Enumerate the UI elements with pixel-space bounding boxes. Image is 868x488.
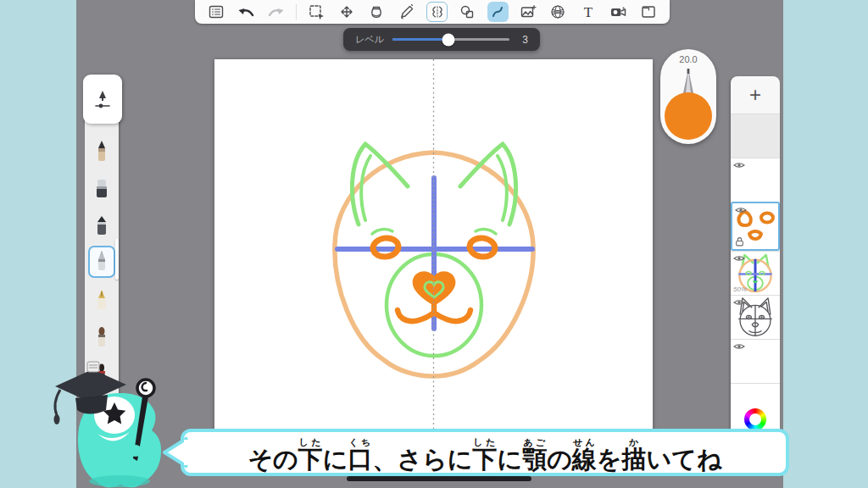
text-tool-icon: T: [584, 5, 593, 19]
color-wheel-button[interactable]: [744, 408, 766, 430]
cap-tassel: [55, 390, 60, 415]
level-slider[interactable]: [392, 38, 509, 41]
airbrush-icon: [92, 88, 113, 110]
brush-capped-pen[interactable]: [88, 173, 115, 205]
redo-button[interactable]: [265, 2, 287, 22]
shape-lasso-button[interactable]: [457, 2, 478, 22]
undo-icon: [236, 3, 255, 20]
add-image-icon: [520, 3, 537, 20]
eye-icon[interactable]: [733, 342, 745, 351]
layers-background-block: [731, 114, 780, 158]
undo-button[interactable]: [236, 2, 257, 22]
redo-icon: [267, 3, 286, 20]
layers-panel: +: [731, 76, 780, 441]
fill-jar-button[interactable]: [366, 2, 387, 22]
layer-row-current[interactable]: [731, 202, 780, 251]
brush-pencil[interactable]: [88, 136, 115, 168]
eye-icon[interactable]: [733, 254, 745, 263]
dog-face-drawing: [214, 59, 653, 436]
brush-preview[interactable]: 20.0: [660, 49, 716, 144]
menu-button[interactable]: [205, 2, 226, 22]
brush-fountain-pen[interactable]: [88, 285, 115, 317]
layer-row-guide[interactable]: 50%: [731, 251, 780, 295]
layer-row-empty-top[interactable]: [731, 158, 780, 202]
move-button[interactable]: [336, 2, 357, 22]
layer-row-reference[interactable]: [731, 295, 780, 339]
canvas-button[interactable]: [638, 2, 659, 22]
canvas-icon: [640, 3, 657, 20]
layer-row-empty-bottom[interactable]: [731, 339, 780, 383]
level-slider-fill: [392, 38, 448, 41]
tutorial-speech-bubble: その下したに口くち、さらに下したに顎あごの線せんを描かいてね: [181, 429, 789, 476]
brush-marker[interactable]: [88, 210, 115, 242]
toolbar-separator: [296, 4, 297, 19]
brush-strip-scrollbar[interactable]: [115, 239, 119, 280]
symmetry-icon: [430, 4, 445, 19]
eye-icon[interactable]: [733, 298, 745, 307]
layer-opacity-label: 50%: [733, 286, 747, 293]
home-indicator-bar[interactable]: [347, 476, 531, 481]
level-popup: レベル 3: [343, 28, 540, 51]
app-screen: T レベル 3: [0, 0, 868, 488]
level-label: レベル: [355, 33, 384, 46]
add-layer-button[interactable]: +: [731, 76, 780, 114]
camera-button[interactable]: [608, 2, 629, 22]
eye-icon[interactable]: [733, 161, 745, 169]
add-image-button[interactable]: [517, 2, 538, 22]
speech-text: その下したに口くち、さらに下したに顎あごの線せんを描かいてね: [248, 438, 721, 472]
symmetry-button[interactable]: [426, 2, 448, 22]
level-slider-thumb[interactable]: [442, 33, 455, 46]
hatch-eraser-icon: [398, 3, 415, 20]
fill-jar-icon: [368, 3, 385, 20]
brush-color-swatch[interactable]: [665, 92, 712, 140]
brush-ballpoint-selected[interactable]: [88, 246, 115, 278]
ballpoint-pen-icon: [92, 249, 111, 274]
top-toolbar: T: [195, 0, 670, 24]
text-tool-button[interactable]: T: [578, 2, 599, 22]
round-brush-icon: [92, 325, 111, 351]
marquee-select-button[interactable]: [306, 2, 327, 22]
mesh-icon: [549, 3, 566, 20]
menu-icon: [208, 3, 225, 20]
shape-lasso-icon: [459, 3, 476, 20]
level-value: 3: [518, 34, 528, 46]
pencil-icon: [92, 139, 111, 164]
fountain-pen-icon: [92, 288, 111, 313]
marker-icon: [92, 214, 111, 239]
drawing-canvas[interactable]: [214, 59, 653, 436]
marquee-select-icon: [308, 3, 325, 20]
curve-icon: [489, 3, 506, 20]
capped-pen-icon: [92, 176, 111, 202]
mascot-hand: [130, 445, 142, 457]
mesh-button[interactable]: [548, 2, 569, 22]
camera-icon: [609, 3, 628, 20]
tutor-mascot: [47, 361, 216, 488]
letterbox-right: [783, 0, 868, 488]
alpha-lock-icon[interactable]: [735, 236, 744, 247]
move-icon: [338, 3, 355, 20]
hatch-eraser-button[interactable]: [397, 2, 418, 22]
brush-size-label: 20.0: [679, 54, 697, 64]
active-brush-panel[interactable]: [83, 75, 122, 124]
curve-tool-button[interactable]: [487, 2, 509, 22]
brush-round-brush[interactable]: [88, 322, 115, 354]
eye-icon[interactable]: [735, 206, 747, 214]
layers-spacer: [731, 383, 780, 398]
